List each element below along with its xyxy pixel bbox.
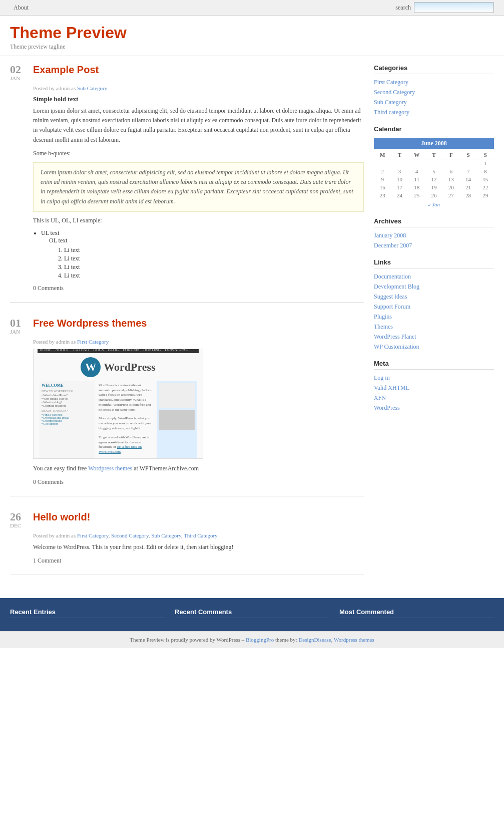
ext-link[interactable]: WordPress Planet	[374, 333, 416, 340]
post-category-link[interactable]: Sub Category	[151, 532, 181, 538]
category-link[interactable]: Second Category	[374, 89, 415, 96]
category-link[interactable]: Sub Category	[374, 99, 407, 106]
sidebar-categories: Categories First Category Second Categor…	[374, 64, 494, 117]
post-category-link[interactable]: Second Category	[111, 532, 149, 538]
ext-link[interactable]: Support Forum	[374, 303, 410, 310]
post-month: JAN	[10, 75, 20, 81]
footer-col-title: Most Commented	[339, 608, 494, 618]
list-item: Sub Category	[374, 97, 494, 107]
free-themes-text: You can easy find free Wordpress themes …	[33, 464, 364, 473]
comments-count: 1	[33, 557, 36, 564]
ext-link[interactable]: Documentation	[374, 273, 411, 280]
top-nav: About search	[0, 0, 504, 16]
comments-anchor[interactable]: 0 Comments	[33, 285, 64, 292]
cal-cell	[408, 159, 425, 168]
footer-design-disease-link[interactable]: DesignDisease	[298, 637, 331, 643]
cal-header: F	[442, 151, 459, 159]
list-item: Support Forum	[374, 302, 494, 312]
ext-link[interactable]: Development Blog	[374, 283, 419, 290]
bquote-label: Some b-quotes:	[33, 149, 364, 158]
list-item: January 2008	[374, 230, 494, 240]
post-category-link[interactable]: First Category	[77, 532, 109, 538]
free-text-pre: You can easy find free	[33, 465, 87, 472]
cal-cell: 10	[391, 175, 408, 183]
cal-cell: 23	[374, 191, 391, 199]
cal-prev-link[interactable]: « Jan	[428, 201, 440, 207]
footer-blogging-pro-link[interactable]: BloggingPro	[246, 637, 274, 643]
footer-col-recent-entries: Recent Entries	[10, 608, 165, 621]
archive-link[interactable]: January 2008	[374, 232, 406, 239]
categories-list: First Category Second Category Sub Categ…	[374, 77, 494, 117]
category-link[interactable]: Third category	[374, 109, 409, 116]
post-date: 01 JAN	[10, 318, 28, 335]
post-body: Simple bold text Lorem ipsum dolor sit a…	[33, 95, 364, 280]
archive-link[interactable]: December 2007	[374, 242, 412, 249]
links-title: Links	[374, 258, 494, 268]
list-item: Documentation	[374, 271, 494, 282]
cal-cell: 26	[425, 191, 442, 199]
footer-wp-themes-link[interactable]: Wordpress themes	[334, 637, 374, 643]
ext-link[interactable]: WP Customization	[374, 343, 419, 350]
category-link[interactable]: First Category	[374, 79, 408, 86]
archives-title: Archives	[374, 217, 494, 227]
cal-cell: 13	[442, 175, 459, 183]
meta-link[interactable]: WordPress	[374, 404, 400, 411]
about-link[interactable]: About	[10, 3, 32, 13]
list-item: First Category	[374, 77, 494, 87]
post-day: 02	[10, 64, 21, 75]
cal-cell	[459, 159, 476, 168]
cal-header: S	[477, 151, 494, 159]
post-date-block: 02 JAN	[10, 64, 28, 83]
cal-cell	[425, 159, 442, 168]
wp-screenshot: HOME ABOUT EXTEND DOCS BLOG FORUMS HOSTI…	[33, 349, 203, 459]
free-themes-link[interactable]: Wordpress themes	[88, 465, 132, 472]
post-date: 02 JAN	[10, 64, 28, 81]
list-item: XFN	[374, 393, 494, 403]
comments-count: 0	[33, 285, 36, 292]
categories-title: Categories	[374, 64, 494, 74]
cal-cell: 17	[391, 183, 408, 191]
ext-link[interactable]: Suggest Ideas	[374, 293, 407, 300]
sidebar-archives: Archives January 2008 December 2007	[374, 217, 494, 250]
meta-link[interactable]: Valid XHTML	[374, 384, 409, 391]
post-paragraph: Lorem ipsum dolor sit amet, consectetur …	[33, 106, 364, 145]
list-item: WP Customization	[374, 342, 494, 352]
post-month: JAN	[10, 329, 20, 335]
comments-link: 0 Comments	[33, 478, 364, 486]
sidebar-links: Links Documentation Development Blog Sug…	[374, 258, 494, 352]
sidebar: Categories First Category Second Categor…	[374, 64, 494, 590]
footer-col-title: Recent Entries	[10, 608, 165, 618]
sidebar-calendar: Calendar June 2008 M T W T F S S	[374, 125, 494, 209]
post-title[interactable]: Example Post	[33, 64, 99, 76]
page-wrapper: 02 JAN Example Post Posted by admin as S…	[0, 56, 504, 598]
list-item: UL text OL text Li text Li text Li text …	[41, 229, 364, 280]
comments-link: 1 Comment	[33, 557, 364, 565]
post-category-link[interactable]: Sub Category	[77, 85, 107, 91]
cal-header: S	[459, 151, 476, 159]
ext-link[interactable]: Themes	[374, 323, 393, 330]
post-meta-text: Posted by admin as	[33, 339, 76, 345]
meta-link[interactable]: Log in	[374, 374, 390, 381]
comments-anchor[interactable]: 1 Comment	[33, 557, 61, 564]
sidebar-meta: Meta Log in Valid XHTML XFN WordPress	[374, 360, 494, 413]
meta-list: Log in Valid XHTML XFN WordPress	[374, 373, 494, 413]
cal-cell: 20	[442, 183, 459, 191]
links-list: Documentation Development Blog Suggest I…	[374, 271, 494, 352]
cal-header: T	[391, 151, 408, 159]
post-category-link[interactable]: First Category	[77, 339, 109, 345]
post-date-block: 01 JAN	[10, 318, 28, 337]
post-title[interactable]: Hello world!	[33, 511, 90, 523]
post-body: HOME ABOUT EXTEND DOCS BLOG FORUMS HOSTI…	[33, 349, 364, 473]
meta-link[interactable]: XFN	[374, 394, 386, 401]
comments-anchor[interactable]: 0 Comments	[33, 478, 64, 485]
footer-sections: Recent Entries Recent Comments Most Comm…	[0, 598, 504, 631]
post-title[interactable]: Free Wordpress themes	[33, 318, 147, 329]
footer-text: Theme Preview is proudly powered by Word…	[130, 637, 244, 643]
list-item: OL text Li text Li text Li text Li text	[49, 237, 364, 280]
ext-link[interactable]: Plugins	[374, 313, 392, 320]
ul-list: UL text OL text Li text Li text Li text …	[41, 229, 364, 280]
footer-col-title: Recent Comments	[175, 608, 329, 618]
post-category-link[interactable]: Third Category	[184, 532, 218, 538]
search-input[interactable]	[414, 2, 494, 13]
comments-count: 0	[33, 478, 36, 485]
